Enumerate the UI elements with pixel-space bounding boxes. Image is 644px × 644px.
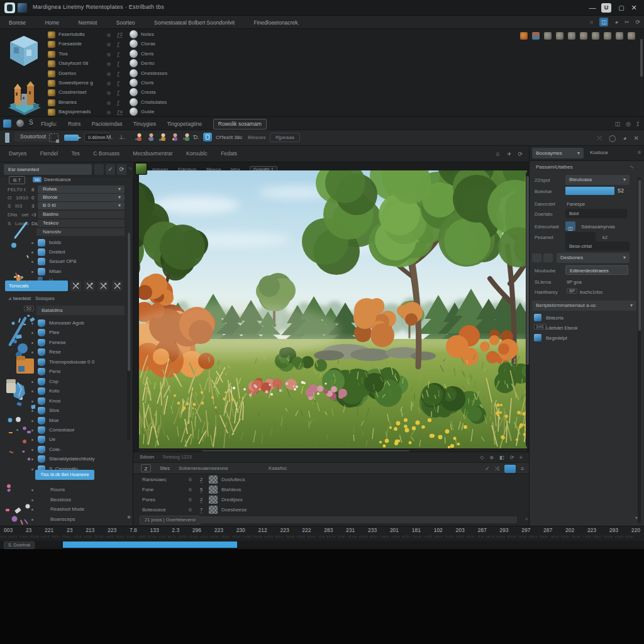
- property-select[interactable]: Bastno: [38, 211, 125, 218]
- layer-flag[interactable]: B: [189, 487, 192, 492]
- tree-item[interactable]: Pens: [36, 367, 131, 376]
- tree-item[interactable]: Knos: [36, 397, 131, 406]
- inspector-section[interactable]: Passam/Utatbes∿: [532, 162, 639, 172]
- play-mode-button[interactable]: [203, 133, 212, 142]
- toggle-dot-icon[interactable]: [107, 43, 111, 47]
- asset-thumbnail-castle[interactable]: [7, 80, 42, 119]
- status-button[interactable]: S. Dosrtnat: [4, 541, 35, 549]
- percent-icon[interactable]: ⁒: [636, 119, 639, 128]
- layer-flag[interactable]: B: [189, 497, 192, 502]
- brush-size-bar[interactable]: [64, 135, 79, 141]
- resize-icon[interactable]: ≡: [525, 517, 528, 521]
- constraint-w-icon[interactable]: [112, 280, 123, 291]
- outliner-item[interactable]: Mtlan: [36, 267, 131, 276]
- scene-thumbnail[interactable]: [135, 163, 147, 175]
- timeline-ruler[interactable]: 003 23 221 23 213 223 7.8 133 2.3 296 22…: [0, 527, 644, 533]
- outliner-item[interactable]: bolds: [36, 238, 131, 247]
- confirm-icon[interactable]: ✓: [485, 464, 490, 473]
- minimize-button[interactable]: —: [587, 3, 597, 13]
- check-icon[interactable]: ✓: [106, 164, 115, 175]
- scrollbar-thumb[interactable]: [128, 233, 130, 371]
- filter-cube-icon[interactable]: [94, 164, 104, 175]
- dock-tab[interactable]: Tinuygies: [133, 118, 156, 131]
- viewport-scene[interactable]: [139, 170, 527, 448]
- constraint-z-icon[interactable]: [98, 280, 109, 291]
- character-icon[interactable]: [532, 32, 540, 40]
- flow-icon[interactable]: [616, 32, 623, 40]
- field-select[interactable]: Desbones▾: [557, 253, 630, 263]
- loop-icon[interactable]: ⟳: [510, 453, 514, 462]
- tree-item[interactable]: Beostoss: [36, 496, 131, 504]
- sync-icon[interactable]: ⟳: [518, 150, 523, 158]
- tree-item[interactable]: Ptee: [36, 328, 131, 337]
- highlighted-button[interactable]: Tiss bl.dk Bet Huaneee: [35, 470, 94, 480]
- material-sphere-icon[interactable]: [130, 30, 138, 38]
- pin-sphere-icon[interactable]: [628, 32, 635, 40]
- menu-icon[interactable]: ≡: [519, 453, 523, 462]
- section-b[interactable]: Sosspes: [35, 296, 55, 301]
- tree-item[interactable]: Consolosor: [36, 426, 131, 435]
- tree-item[interactable]: Cole-: [36, 445, 131, 454]
- constraint-x-icon[interactable]: [70, 280, 81, 291]
- anchor-tool-icon[interactable]: ⊥.: [119, 134, 125, 140]
- tree-item[interactable]: Koto: [36, 387, 131, 396]
- toggle-chip-icon[interactable]: [532, 253, 541, 262]
- tree-item[interactable]: Tinsnopodusuae 0 0: [36, 358, 131, 367]
- tree-item[interactable]: Reastoot Mode: [36, 505, 131, 514]
- orange-box-icon[interactable]: [520, 32, 528, 40]
- viewport-canvas[interactable]: [139, 170, 527, 448]
- circle-tool-icon[interactable]: ◯: [609, 134, 616, 143]
- gear-icon[interactable]: [604, 32, 611, 40]
- layer-thumbnail[interactable]: [209, 506, 218, 514]
- field-input[interactable]: Bdot: [565, 209, 627, 218]
- toggle-dot-icon[interactable]: [107, 62, 111, 66]
- asset-row[interactable]: Binaries ƒ Crisilsdates: [48, 98, 312, 108]
- material-sphere-icon[interactable]: [130, 79, 138, 87]
- tree-item[interactable]: Boansceps: [36, 515, 131, 524]
- layout-icon[interactable]: ◫: [599, 18, 609, 26]
- material-sphere-icon[interactable]: [130, 69, 138, 77]
- group-icon[interactable]: [592, 32, 599, 40]
- asset-row[interactable]: Bagssprenads ƒo Guste: [48, 108, 312, 117]
- layer-thumbnail[interactable]: [209, 475, 218, 484]
- add-icon[interactable]: ⊕: [489, 453, 494, 462]
- toggle-dot-icon[interactable]: [107, 33, 111, 37]
- field-select[interactable]: Bteutoasa▾: [565, 175, 630, 185]
- field-input[interactable]: Bese-ctrtal: [565, 242, 630, 251]
- toggle-dot-icon[interactable]: [107, 82, 111, 86]
- inspector-section[interactable]: Bertptebrmmarberiaut a-oc▾: [532, 301, 636, 311]
- sphere-tool-icon[interactable]: ◕: [623, 134, 627, 143]
- cycle-icon[interactable]: ⟳: [117, 164, 126, 175]
- selection-summary[interactable]: 21 josss | Ooerfebeverst: [140, 516, 201, 525]
- panel-tab[interactable]: Tes: [72, 146, 80, 162]
- menu-item[interactable]: Nermiot: [79, 16, 97, 29]
- asset-row[interactable]: Sowestiperce g ƒ Cloris: [48, 79, 312, 88]
- menu-item[interactable]: Soorteo: [116, 16, 135, 29]
- blob-icon[interactable]: [568, 32, 575, 40]
- layer-thumbnail[interactable]: [209, 496, 218, 504]
- tool-name[interactable]: Sousortoot: [14, 132, 52, 142]
- asset-row[interactable]: Feserlubdts ƒ2 Notes: [48, 30, 312, 40]
- panel-tab[interactable]: C Bonuass: [93, 146, 119, 162]
- list-header[interactable]: Nanostv: [36, 228, 125, 236]
- tree-item[interactable]: Monosser Agob: [36, 319, 131, 328]
- grid-icon[interactable]: ⌗: [590, 18, 593, 26]
- checkbox[interactable]: ◫: [565, 221, 575, 231]
- layer-row[interactable]: Rarsnoaec B 2 Dosfuttecs: [133, 475, 529, 485]
- layer-row[interactable]: Fone B 5 Btahteos: [133, 485, 529, 495]
- dock-tab-active[interactable]: Rowolik sosamam: [213, 119, 267, 130]
- rig-icon[interactable]: [580, 32, 587, 40]
- active-layer-mode-button[interactable]: [504, 465, 516, 473]
- character-preset-icon[interactable]: [170, 133, 180, 145]
- property-select[interactable]: Teskco: [38, 219, 125, 227]
- scrollbar-thumb[interactable]: [526, 176, 529, 365]
- scissors-icon[interactable]: ✂: [625, 18, 630, 26]
- field-input[interactable]: [565, 232, 596, 242]
- node-icon[interactable]: [544, 32, 552, 40]
- selected-item[interactable]: Tonscats: [5, 280, 68, 291]
- inspector-list-item[interactable]: Bbtezrta: [532, 313, 636, 323]
- action-button[interactable]: Rjpeaaa: [270, 133, 300, 142]
- dock-tab[interactable]: Floglu:: [41, 118, 57, 131]
- toggle-dot-icon[interactable]: [107, 111, 111, 114]
- refresh-icon[interactable]: ⟳: [635, 18, 640, 26]
